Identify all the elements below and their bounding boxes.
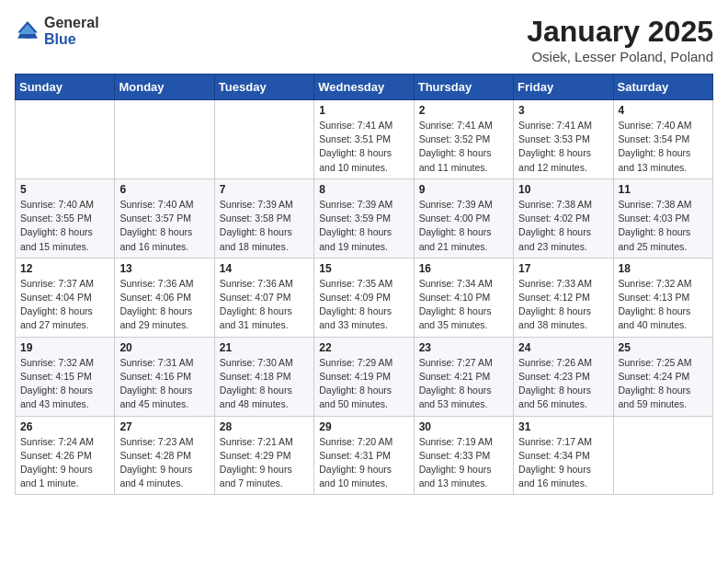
calendar-cell: 5Sunrise: 7:40 AM Sunset: 3:55 PM Daylig…	[16, 178, 115, 258]
calendar-cell: 10Sunrise: 7:38 AM Sunset: 4:02 PM Dayli…	[514, 178, 613, 258]
day-detail: Sunrise: 7:36 AM Sunset: 4:06 PM Dayligh…	[119, 277, 209, 333]
day-detail: Sunrise: 7:26 AM Sunset: 4:23 PM Dayligh…	[518, 356, 608, 412]
day-number: 17	[518, 262, 608, 275]
day-number: 22	[319, 341, 408, 354]
day-number: 23	[419, 341, 508, 354]
day-detail: Sunrise: 7:40 AM Sunset: 3:55 PM Dayligh…	[20, 198, 109, 254]
day-number: 14	[220, 262, 309, 275]
day-detail: Sunrise: 7:32 AM Sunset: 4:15 PM Dayligh…	[20, 356, 109, 412]
day-detail: Sunrise: 7:19 AM Sunset: 4:33 PM Dayligh…	[419, 435, 508, 491]
calendar-week-row: 19Sunrise: 7:32 AM Sunset: 4:15 PM Dayli…	[16, 337, 713, 416]
day-number: 18	[619, 262, 708, 275]
day-detail: Sunrise: 7:40 AM Sunset: 3:54 PM Dayligh…	[619, 119, 708, 175]
calendar-cell: 22Sunrise: 7:29 AM Sunset: 4:19 PM Dayli…	[314, 337, 414, 416]
weekday-header: Friday	[514, 75, 613, 100]
day-number: 25	[619, 341, 708, 354]
day-number: 29	[319, 420, 408, 433]
calendar-cell: 29Sunrise: 7:20 AM Sunset: 4:31 PM Dayli…	[314, 416, 414, 495]
day-number: 13	[119, 262, 209, 275]
weekday-header: Saturday	[613, 75, 712, 100]
calendar-cell: 1Sunrise: 7:41 AM Sunset: 3:51 PM Daylig…	[314, 100, 414, 179]
calendar-cell: 16Sunrise: 7:34 AM Sunset: 4:10 PM Dayli…	[414, 258, 513, 337]
calendar-cell: 8Sunrise: 7:39 AM Sunset: 3:59 PM Daylig…	[314, 178, 414, 258]
calendar-week-row: 1Sunrise: 7:41 AM Sunset: 3:51 PM Daylig…	[16, 100, 713, 179]
day-number: 27	[119, 420, 209, 433]
calendar-cell: 2Sunrise: 7:41 AM Sunset: 3:52 PM Daylig…	[414, 100, 513, 179]
calendar-week-row: 12Sunrise: 7:37 AM Sunset: 4:04 PM Dayli…	[16, 258, 713, 337]
day-number: 19	[20, 341, 109, 354]
day-number: 28	[220, 420, 309, 433]
calendar-cell: 15Sunrise: 7:35 AM Sunset: 4:09 PM Dayli…	[314, 258, 414, 337]
day-detail: Sunrise: 7:24 AM Sunset: 4:26 PM Dayligh…	[20, 435, 109, 491]
weekday-header: Sunday	[16, 75, 115, 100]
page-header: General Blue January 2025 Osiek, Lesser …	[15, 15, 713, 64]
calendar-cell: 11Sunrise: 7:38 AM Sunset: 4:03 PM Dayli…	[613, 178, 712, 258]
calendar-header-row: SundayMondayTuesdayWednesdayThursdayFrid…	[16, 75, 713, 100]
day-number: 10	[518, 183, 608, 196]
calendar-cell: 19Sunrise: 7:32 AM Sunset: 4:15 PM Dayli…	[16, 337, 115, 416]
calendar-cell: 4Sunrise: 7:40 AM Sunset: 3:54 PM Daylig…	[613, 100, 712, 179]
month-title: January 2025	[527, 15, 713, 49]
day-detail: Sunrise: 7:41 AM Sunset: 3:52 PM Dayligh…	[419, 119, 508, 175]
day-detail: Sunrise: 7:21 AM Sunset: 4:29 PM Dayligh…	[220, 435, 309, 491]
day-number: 4	[619, 104, 708, 117]
calendar-cell: 23Sunrise: 7:27 AM Sunset: 4:21 PM Dayli…	[414, 337, 513, 416]
day-number: 2	[419, 104, 508, 117]
calendar-cell: 9Sunrise: 7:39 AM Sunset: 4:00 PM Daylig…	[414, 178, 513, 258]
calendar-week-row: 26Sunrise: 7:24 AM Sunset: 4:26 PM Dayli…	[16, 416, 713, 495]
calendar-cell: 24Sunrise: 7:26 AM Sunset: 4:23 PM Dayli…	[514, 337, 613, 416]
calendar-cell: 25Sunrise: 7:25 AM Sunset: 4:24 PM Dayli…	[613, 337, 712, 416]
day-detail: Sunrise: 7:38 AM Sunset: 4:03 PM Dayligh…	[619, 198, 708, 254]
day-detail: Sunrise: 7:37 AM Sunset: 4:04 PM Dayligh…	[20, 277, 109, 333]
day-detail: Sunrise: 7:29 AM Sunset: 4:19 PM Dayligh…	[319, 356, 408, 412]
day-detail: Sunrise: 7:34 AM Sunset: 4:10 PM Dayligh…	[419, 277, 508, 333]
day-number: 31	[518, 420, 608, 433]
calendar-cell	[16, 100, 115, 179]
calendar-cell: 27Sunrise: 7:23 AM Sunset: 4:28 PM Dayli…	[115, 416, 214, 495]
calendar-cell: 13Sunrise: 7:36 AM Sunset: 4:06 PM Dayli…	[115, 258, 214, 337]
day-detail: Sunrise: 7:33 AM Sunset: 4:12 PM Dayligh…	[518, 277, 608, 333]
calendar-cell: 18Sunrise: 7:32 AM Sunset: 4:13 PM Dayli…	[613, 258, 712, 337]
calendar-cell: 14Sunrise: 7:36 AM Sunset: 4:07 PM Dayli…	[214, 258, 313, 337]
calendar-week-row: 5Sunrise: 7:40 AM Sunset: 3:55 PM Daylig…	[16, 178, 713, 258]
day-number: 6	[119, 183, 209, 196]
day-number: 24	[518, 341, 608, 354]
day-detail: Sunrise: 7:41 AM Sunset: 3:51 PM Dayligh…	[319, 119, 408, 175]
day-number: 8	[319, 183, 408, 196]
day-number: 30	[419, 420, 508, 433]
calendar-cell: 26Sunrise: 7:24 AM Sunset: 4:26 PM Dayli…	[16, 416, 115, 495]
calendar-cell: 6Sunrise: 7:40 AM Sunset: 3:57 PM Daylig…	[115, 178, 214, 258]
day-number: 20	[119, 341, 209, 354]
calendar-cell	[613, 416, 712, 495]
calendar-cell: 12Sunrise: 7:37 AM Sunset: 4:04 PM Dayli…	[16, 258, 115, 337]
weekday-header: Monday	[115, 75, 214, 100]
day-number: 3	[518, 104, 608, 117]
day-detail: Sunrise: 7:23 AM Sunset: 4:28 PM Dayligh…	[119, 435, 209, 491]
day-detail: Sunrise: 7:35 AM Sunset: 4:09 PM Dayligh…	[319, 277, 408, 333]
calendar-cell: 28Sunrise: 7:21 AM Sunset: 4:29 PM Dayli…	[214, 416, 313, 495]
logo-general-text: General	[44, 15, 99, 31]
calendar-cell: 21Sunrise: 7:30 AM Sunset: 4:18 PM Dayli…	[214, 337, 313, 416]
calendar-cell: 3Sunrise: 7:41 AM Sunset: 3:53 PM Daylig…	[514, 100, 613, 179]
day-number: 21	[220, 341, 309, 354]
calendar-cell: 17Sunrise: 7:33 AM Sunset: 4:12 PM Dayli…	[514, 258, 613, 337]
logo: General Blue	[15, 15, 99, 47]
day-number: 15	[319, 262, 408, 275]
day-detail: Sunrise: 7:39 AM Sunset: 3:59 PM Dayligh…	[319, 198, 408, 254]
day-detail: Sunrise: 7:40 AM Sunset: 3:57 PM Dayligh…	[119, 198, 209, 254]
day-number: 9	[419, 183, 508, 196]
location: Osiek, Lesser Poland, Poland	[527, 49, 713, 64]
calendar-cell: 30Sunrise: 7:19 AM Sunset: 4:33 PM Dayli…	[414, 416, 513, 495]
day-detail: Sunrise: 7:41 AM Sunset: 3:53 PM Dayligh…	[518, 119, 608, 175]
day-detail: Sunrise: 7:39 AM Sunset: 4:00 PM Dayligh…	[419, 198, 508, 254]
day-detail: Sunrise: 7:39 AM Sunset: 3:58 PM Dayligh…	[220, 198, 309, 254]
day-number: 16	[419, 262, 508, 275]
day-detail: Sunrise: 7:36 AM Sunset: 4:07 PM Dayligh…	[220, 277, 309, 333]
title-block: January 2025 Osiek, Lesser Poland, Polan…	[527, 15, 713, 64]
calendar-cell: 20Sunrise: 7:31 AM Sunset: 4:16 PM Dayli…	[115, 337, 214, 416]
weekday-header: Thursday	[414, 75, 513, 100]
day-number: 12	[20, 262, 109, 275]
svg-rect-3	[25, 34, 30, 39]
logo-icon	[15, 18, 40, 44]
day-detail: Sunrise: 7:17 AM Sunset: 4:34 PM Dayligh…	[518, 435, 608, 491]
